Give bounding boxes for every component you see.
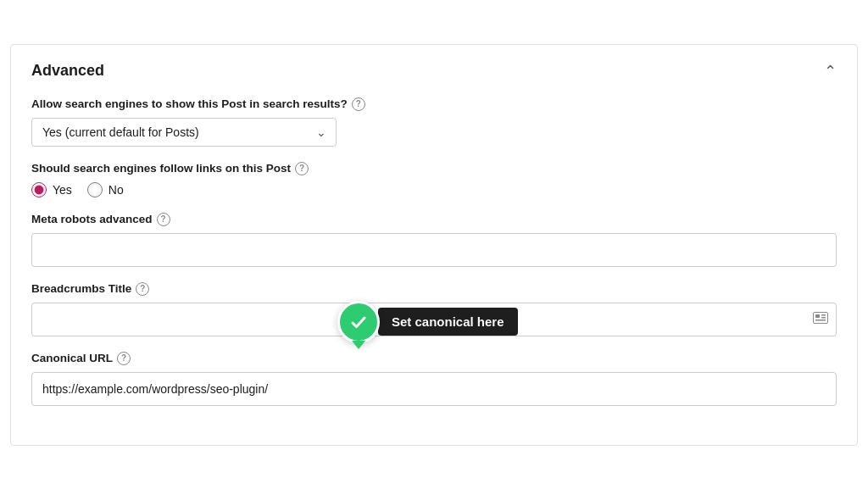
canonical-url-input[interactable] [31,372,837,406]
search-visibility-select[interactable]: Yes (current default for Posts) [31,118,337,147]
follow-links-yes-label[interactable]: Yes [31,182,72,197]
follow-links-label: Should search engines follow links on th… [31,162,837,175]
follow-links-yes-radio[interactable] [31,182,47,197]
panel-title: Advanced [31,62,104,80]
meta-robots-label: Meta robots advanced ? [31,213,837,226]
breadcrumbs-title-label: Breadcrumbs Title ? [31,282,837,296]
collapse-icon[interactable]: ⌃ [824,62,837,81]
advanced-panel: Advanced ⌃ Allow search engines to show … [10,44,858,446]
meta-robots-help-icon[interactable]: ? [157,213,170,226]
search-visibility-help-icon[interactable]: ? [352,97,365,111]
follow-links-radio-group: Yes No [31,182,837,197]
svg-rect-2 [815,320,826,321]
breadcrumbs-title-help-icon[interactable]: ? [136,282,149,296]
meta-robots-input[interactable] [31,233,837,267]
panel-header: Advanced ⌃ [31,62,837,81]
follow-links-no-label[interactable]: No [87,182,124,197]
search-visibility-group: Allow search engines to show this Post i… [31,97,837,147]
canonical-url-group: Canonical URL ? Set canonical here [31,352,837,406]
canonical-tooltip-text: Set canonical here [378,308,518,336]
breadcrumbs-icon [813,312,828,327]
svg-rect-3 [821,314,826,316]
canonical-tooltip: Set canonical here [337,301,518,343]
svg-rect-4 [821,317,826,319]
search-visibility-label: Allow search engines to show this Post i… [31,97,837,111]
follow-links-help-icon[interactable]: ? [295,162,309,175]
canonical-url-help-icon[interactable]: ? [117,352,131,365]
canonical-url-label: Canonical URL ? [31,352,837,365]
search-visibility-select-wrapper: Yes (current default for Posts) ⌄ [31,118,337,147]
follow-links-group: Should search engines follow links on th… [31,162,837,197]
svg-rect-1 [815,314,820,318]
meta-robots-group: Meta robots advanced ? [31,213,837,267]
follow-links-no-radio[interactable] [87,182,103,197]
canonical-check-icon[interactable] [337,301,380,343]
